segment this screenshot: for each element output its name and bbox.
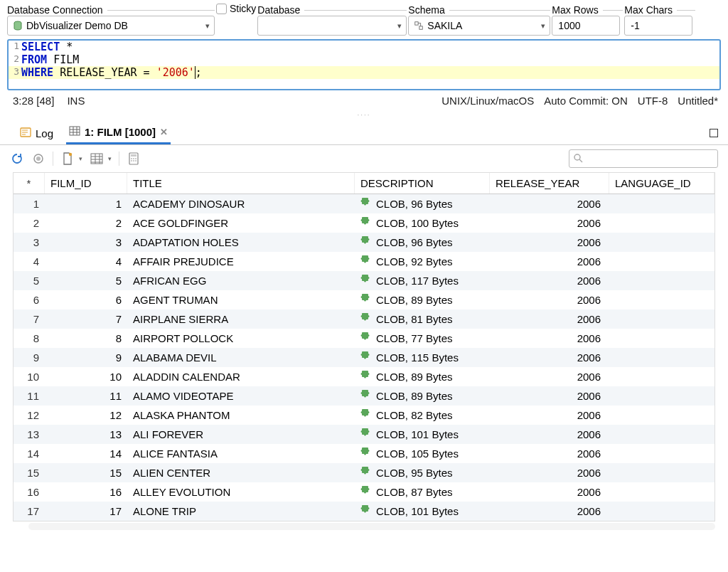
editor-status-bar: 3:28 [48] INS UNIX/Linux/macOS Auto Comm… xyxy=(0,90,728,111)
cell-title: ALLEY EVOLUTION xyxy=(127,486,355,498)
database-connection-combo[interactable]: DbVisualizer Demo DB ▾ xyxy=(7,16,215,36)
cell-rownum: 13 xyxy=(14,428,45,440)
table-row[interactable]: 1313ALI FOREVERCLOB, 101 Bytes2006 xyxy=(14,425,714,444)
cell-description: CLOB, 89 Bytes xyxy=(355,293,490,307)
puzzle-icon xyxy=(360,197,372,211)
record-button[interactable] xyxy=(31,152,46,166)
table-row[interactable]: 88AIRPORT POLLOCKCLOB, 77 Bytes2006 xyxy=(14,329,714,348)
result-toolbar: ▾ ▾ xyxy=(0,145,728,172)
table-row[interactable]: 33ADAPTATION HOLESCLOB, 96 Bytes2006 xyxy=(14,233,714,252)
col-release-year[interactable]: RELEASE_YEAR xyxy=(490,173,609,194)
schema-combo[interactable]: SAKILA ▾ xyxy=(408,16,550,36)
puzzle-icon xyxy=(360,274,372,287)
table-row[interactable]: 99ALABAMA DEVILCLOB, 115 Bytes2006 xyxy=(14,348,714,367)
col-film-id[interactable]: FILM_ID xyxy=(45,173,127,194)
max-rows-input[interactable] xyxy=(552,16,620,36)
log-icon xyxy=(20,127,31,139)
puzzle-icon xyxy=(360,216,372,230)
chevron-down-icon[interactable]: ▾ xyxy=(108,155,112,162)
cell-title: AIRPORT POLLOCK xyxy=(127,332,355,344)
close-icon[interactable]: ✕ xyxy=(160,127,168,137)
cell-title: ALASKA PHANTOM xyxy=(127,409,355,421)
sql-editor[interactable]: 1 SELECT * 2 FROM FILM 3 WHERE RELEASE_Y… xyxy=(7,39,721,90)
cell-film-id: 14 xyxy=(45,447,127,460)
table-row[interactable]: 44AFFAIR PREJUDICECLOB, 92 Bytes2006 xyxy=(14,252,714,271)
table-row[interactable]: 66AGENT TRUMANCLOB, 89 Bytes2006 xyxy=(14,290,714,309)
cursor-position: 3:28 [48] xyxy=(13,95,54,107)
cell-release-year: 2006 xyxy=(490,390,609,402)
col-title[interactable]: TITLE xyxy=(127,173,355,194)
svg-rect-7 xyxy=(70,127,80,135)
col-language-id[interactable]: LANGUAGE_ID xyxy=(609,173,714,194)
connection-toolbar: Database Connection DbVisualizer Demo DB… xyxy=(0,0,728,39)
new-document-button[interactable] xyxy=(60,152,75,166)
puzzle-icon xyxy=(360,235,372,249)
encoding-status[interactable]: UTF-8 xyxy=(638,95,668,107)
cell-release-year: 2006 xyxy=(490,236,609,248)
chevron-down-icon: ▾ xyxy=(201,21,210,31)
table-row[interactable]: 1414ALICE FANTASIACLOB, 105 Bytes2006 xyxy=(14,444,714,463)
table-row[interactable]: 1616ALLEY EVOLUTIONCLOB, 87 Bytes2006 xyxy=(14,482,714,502)
sticky-group: Sticky xyxy=(216,1,256,14)
table-row[interactable]: 77AIRPLANE SIERRACLOB, 81 Bytes2006 xyxy=(14,309,714,329)
cell-title: ALABAMA DEVIL xyxy=(127,351,355,364)
cell-rownum: 12 xyxy=(14,409,45,421)
search-group xyxy=(569,149,718,168)
splitter-handle[interactable]: ···· xyxy=(0,111,728,119)
cell-description: CLOB, 117 Bytes xyxy=(355,274,490,287)
max-chars-input[interactable] xyxy=(624,16,692,36)
search-input[interactable] xyxy=(569,149,718,168)
svg-point-29 xyxy=(574,154,580,160)
cell-title: AIRPLANE SIERRA xyxy=(127,313,355,325)
tab-log-label: Log xyxy=(36,127,53,139)
linebreak-mode[interactable]: UNIX/Linux/macOS xyxy=(441,95,534,107)
database-combo[interactable]: ▾ xyxy=(257,16,407,36)
table-row[interactable]: 1111ALAMO VIDEOTAPECLOB, 89 Bytes2006 xyxy=(14,386,714,406)
line-number: 1 xyxy=(9,41,21,53)
svg-point-23 xyxy=(131,158,132,159)
maximize-button[interactable] xyxy=(710,129,718,137)
cell-film-id: 12 xyxy=(45,409,127,421)
insert-mode: INS xyxy=(67,95,85,107)
table-row[interactable]: 11ACADEMY DINOSAURCLOB, 96 Bytes2006 xyxy=(14,194,714,213)
refresh-button[interactable] xyxy=(10,152,24,166)
col-rownum[interactable]: * xyxy=(14,173,45,194)
cell-description: CLOB, 95 Bytes xyxy=(355,466,490,480)
table-row[interactable]: 1515ALIEN CENTERCLOB, 95 Bytes2006 xyxy=(14,463,714,482)
result-grid: * FILM_ID TITLE DESCRIPTION RELEASE_YEAR… xyxy=(13,172,715,521)
table-row[interactable]: 55AFRICAN EGGCLOB, 117 Bytes2006 xyxy=(14,271,714,290)
cell-rownum: 10 xyxy=(14,371,45,383)
table-row[interactable]: 1010ALADDIN CALENDARCLOB, 89 Bytes2006 xyxy=(14,367,714,386)
cell-rownum: 15 xyxy=(14,467,45,479)
cell-rownum: 14 xyxy=(14,447,45,460)
puzzle-icon xyxy=(360,466,372,480)
svg-line-30 xyxy=(579,159,582,162)
separator xyxy=(53,152,53,166)
cell-description: CLOB, 101 Bytes xyxy=(355,428,490,441)
cell-film-id: 17 xyxy=(45,505,127,517)
autocommit-status[interactable]: Auto Commit: ON xyxy=(544,95,628,107)
search-icon xyxy=(573,153,583,165)
tab-log[interactable]: Log xyxy=(17,123,56,144)
cell-release-year: 2006 xyxy=(490,294,609,306)
sticky-checkbox[interactable] xyxy=(216,4,227,14)
col-description[interactable]: DESCRIPTION xyxy=(355,173,490,194)
table-row[interactable]: 1212ALASKA PHANTOMCLOB, 82 Bytes2006 xyxy=(14,406,714,425)
horizontal-scrollbar[interactable] xyxy=(28,523,715,530)
database-group: Database ▾ xyxy=(257,4,407,36)
cell-description: CLOB, 89 Bytes xyxy=(355,370,490,383)
cell-rownum: 9 xyxy=(14,351,45,364)
calculator-button[interactable] xyxy=(127,152,141,166)
table-row[interactable]: 1717ALONE TRIPCLOB, 101 Bytes2006 xyxy=(14,502,714,521)
cell-release-year: 2006 xyxy=(490,467,609,479)
tab-result-1[interactable]: 1: FILM [1000] ✕ xyxy=(66,122,171,144)
cell-release-year: 2006 xyxy=(490,313,609,325)
chevron-down-icon[interactable]: ▾ xyxy=(79,155,82,162)
cell-film-id: 15 xyxy=(45,467,127,479)
cell-film-id: 7 xyxy=(45,313,127,325)
table-row[interactable]: 22ACE GOLDFINGERCLOB, 100 Bytes2006 xyxy=(14,213,714,233)
cell-rownum: 6 xyxy=(14,294,45,306)
cell-release-year: 2006 xyxy=(490,409,609,421)
grid-view-button[interactable] xyxy=(90,152,104,166)
schema-group: Schema SAKILA ▾ xyxy=(408,4,550,36)
